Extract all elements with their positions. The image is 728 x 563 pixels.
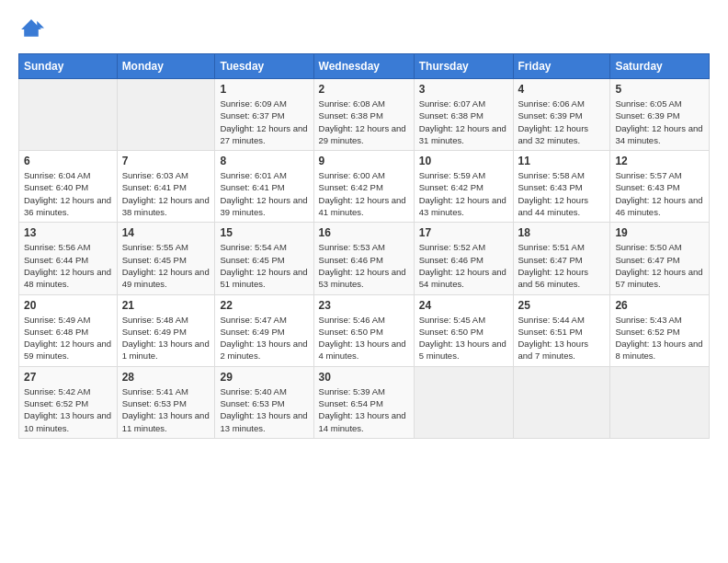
day-info: Sunrise: 5:42 AM Sunset: 6:52 PM Dayligh… (24, 385, 112, 434)
calendar-cell: 13 Sunrise: 5:56 AM Sunset: 6:44 PM Dayl… (19, 223, 118, 294)
day-number: 7 (122, 155, 210, 167)
day-number: 1 (220, 83, 308, 96)
day-info: Sunrise: 6:07 AM Sunset: 6:38 PM Dayligh… (419, 98, 508, 146)
weekday-header-tuesday: Tuesday (215, 54, 313, 79)
day-info: Sunrise: 5:50 AM Sunset: 6:47 PM Dayligh… (615, 241, 704, 290)
day-number: 17 (419, 226, 508, 239)
day-info: Sunrise: 6:00 AM Sunset: 6:42 PM Dayligh… (319, 169, 409, 218)
day-number: 5 (615, 83, 704, 96)
day-info: Sunrise: 5:47 AM Sunset: 6:49 PM Dayligh… (220, 314, 308, 362)
week-row-2: 6 Sunrise: 6:04 AM Sunset: 6:40 PM Dayli… (19, 151, 710, 223)
calendar-cell: 9 Sunrise: 6:00 AM Sunset: 6:42 PM Dayli… (313, 151, 414, 223)
calendar-cell (414, 366, 513, 438)
day-info: Sunrise: 5:54 AM Sunset: 6:45 PM Dayligh… (220, 241, 308, 290)
weekday-header-monday: Monday (117, 54, 215, 79)
day-number: 15 (220, 226, 308, 239)
day-number: 16 (319, 226, 409, 239)
calendar-cell: 30 Sunrise: 5:39 AM Sunset: 6:54 PM Dayl… (313, 366, 414, 438)
calendar-table: SundayMondayTuesdayWednesdayThursdayFrid… (18, 53, 710, 439)
calendar-cell: 1 Sunrise: 6:09 AM Sunset: 6:37 PM Dayli… (215, 79, 313, 151)
calendar-cell: 21 Sunrise: 5:48 AM Sunset: 6:49 PM Dayl… (117, 294, 215, 366)
day-info: Sunrise: 5:46 AM Sunset: 6:50 PM Dayligh… (319, 314, 409, 362)
day-info: Sunrise: 6:09 AM Sunset: 6:37 PM Dayligh… (220, 98, 308, 146)
day-info: Sunrise: 5:58 AM Sunset: 6:43 PM Dayligh… (518, 169, 606, 218)
day-info: Sunrise: 5:43 AM Sunset: 6:52 PM Dayligh… (615, 314, 704, 362)
calendar-cell: 10 Sunrise: 5:59 AM Sunset: 6:42 PM Dayl… (414, 151, 513, 223)
day-info: Sunrise: 5:51 AM Sunset: 6:47 PM Dayligh… (518, 241, 606, 290)
weekday-header-friday: Friday (513, 54, 610, 79)
day-info: Sunrise: 6:01 AM Sunset: 6:41 PM Dayligh… (220, 169, 308, 218)
day-info: Sunrise: 5:57 AM Sunset: 6:43 PM Dayligh… (615, 169, 704, 218)
day-info: Sunrise: 5:55 AM Sunset: 6:45 PM Dayligh… (122, 241, 210, 290)
day-info: Sunrise: 5:45 AM Sunset: 6:50 PM Dayligh… (419, 314, 508, 362)
calendar-cell: 16 Sunrise: 5:53 AM Sunset: 6:46 PM Dayl… (313, 223, 414, 294)
weekday-header-sunday: Sunday (19, 54, 118, 79)
page: SundayMondayTuesdayWednesdayThursdayFrid… (0, 0, 728, 563)
day-number: 23 (319, 299, 409, 312)
calendar-cell: 20 Sunrise: 5:49 AM Sunset: 6:48 PM Dayl… (19, 294, 118, 366)
day-info: Sunrise: 6:05 AM Sunset: 6:39 PM Dayligh… (615, 98, 704, 146)
day-number: 25 (518, 299, 606, 312)
header (18, 17, 710, 42)
calendar-cell: 14 Sunrise: 5:55 AM Sunset: 6:45 PM Dayl… (117, 223, 215, 294)
calendar-cell: 3 Sunrise: 6:07 AM Sunset: 6:38 PM Dayli… (414, 79, 513, 151)
weekday-header-row: SundayMondayTuesdayWednesdayThursdayFrid… (19, 54, 710, 79)
day-info: Sunrise: 5:52 AM Sunset: 6:46 PM Dayligh… (419, 241, 508, 290)
calendar-cell: 18 Sunrise: 5:51 AM Sunset: 6:47 PM Dayl… (513, 223, 610, 294)
day-info: Sunrise: 5:40 AM Sunset: 6:53 PM Dayligh… (220, 385, 308, 434)
day-number: 4 (518, 83, 606, 96)
day-number: 28 (122, 371, 210, 384)
calendar-cell: 23 Sunrise: 5:46 AM Sunset: 6:50 PM Dayl… (313, 294, 414, 366)
day-number: 21 (122, 299, 210, 312)
day-info: Sunrise: 5:56 AM Sunset: 6:44 PM Dayligh… (24, 241, 112, 290)
calendar-cell: 6 Sunrise: 6:04 AM Sunset: 6:40 PM Dayli… (19, 151, 118, 223)
day-number: 18 (518, 226, 606, 239)
day-number: 6 (24, 155, 112, 167)
calendar-cell: 8 Sunrise: 6:01 AM Sunset: 6:41 PM Dayli… (215, 151, 313, 223)
calendar-cell: 28 Sunrise: 5:41 AM Sunset: 6:53 PM Dayl… (117, 366, 215, 438)
calendar-cell: 22 Sunrise: 5:47 AM Sunset: 6:49 PM Dayl… (215, 294, 313, 366)
day-info: Sunrise: 6:06 AM Sunset: 6:39 PM Dayligh… (518, 98, 606, 146)
day-number: 22 (220, 299, 308, 312)
calendar-cell: 15 Sunrise: 5:54 AM Sunset: 6:45 PM Dayl… (215, 223, 313, 294)
day-number: 2 (319, 83, 409, 96)
day-info: Sunrise: 5:44 AM Sunset: 6:51 PM Dayligh… (518, 314, 606, 362)
calendar-cell: 27 Sunrise: 5:42 AM Sunset: 6:52 PM Dayl… (19, 366, 118, 438)
week-row-3: 13 Sunrise: 5:56 AM Sunset: 6:44 PM Dayl… (19, 223, 710, 294)
day-number: 11 (518, 155, 606, 167)
day-number: 20 (24, 299, 112, 312)
day-info: Sunrise: 6:08 AM Sunset: 6:38 PM Dayligh… (319, 98, 409, 146)
day-number: 8 (220, 155, 308, 167)
calendar-cell (117, 79, 215, 151)
day-info: Sunrise: 6:04 AM Sunset: 6:40 PM Dayligh… (24, 169, 112, 218)
day-number: 26 (615, 299, 704, 312)
day-info: Sunrise: 5:49 AM Sunset: 6:48 PM Dayligh… (24, 314, 112, 362)
calendar-cell: 19 Sunrise: 5:50 AM Sunset: 6:47 PM Dayl… (610, 223, 710, 294)
week-row-1: 1 Sunrise: 6:09 AM Sunset: 6:37 PM Dayli… (19, 79, 710, 151)
day-number: 27 (24, 371, 112, 384)
calendar-cell: 24 Sunrise: 5:45 AM Sunset: 6:50 PM Dayl… (414, 294, 513, 366)
calendar-cell (513, 366, 610, 438)
calendar-cell: 12 Sunrise: 5:57 AM Sunset: 6:43 PM Dayl… (610, 151, 710, 223)
week-row-4: 20 Sunrise: 5:49 AM Sunset: 6:48 PM Dayl… (19, 294, 710, 366)
weekday-header-thursday: Thursday (414, 54, 513, 79)
calendar-cell: 4 Sunrise: 6:06 AM Sunset: 6:39 PM Dayli… (513, 79, 610, 151)
calendar-cell (610, 366, 710, 438)
weekday-header-saturday: Saturday (610, 54, 710, 79)
week-row-5: 27 Sunrise: 5:42 AM Sunset: 6:52 PM Dayl… (19, 366, 710, 438)
day-info: Sunrise: 6:03 AM Sunset: 6:41 PM Dayligh… (122, 169, 210, 218)
day-number: 30 (319, 371, 409, 384)
day-number: 19 (615, 226, 704, 239)
day-number: 14 (122, 226, 210, 239)
calendar-cell: 5 Sunrise: 6:05 AM Sunset: 6:39 PM Dayli… (610, 79, 710, 151)
day-number: 9 (319, 155, 409, 167)
calendar-cell: 26 Sunrise: 5:43 AM Sunset: 6:52 PM Dayl… (610, 294, 710, 366)
logo (18, 17, 48, 42)
weekday-header-wednesday: Wednesday (313, 54, 414, 79)
day-info: Sunrise: 5:48 AM Sunset: 6:49 PM Dayligh… (122, 314, 210, 362)
day-number: 24 (419, 299, 508, 312)
day-number: 29 (220, 371, 308, 384)
day-number: 10 (419, 155, 508, 167)
calendar-cell: 7 Sunrise: 6:03 AM Sunset: 6:41 PM Dayli… (117, 151, 215, 223)
day-info: Sunrise: 5:59 AM Sunset: 6:42 PM Dayligh… (419, 169, 508, 218)
